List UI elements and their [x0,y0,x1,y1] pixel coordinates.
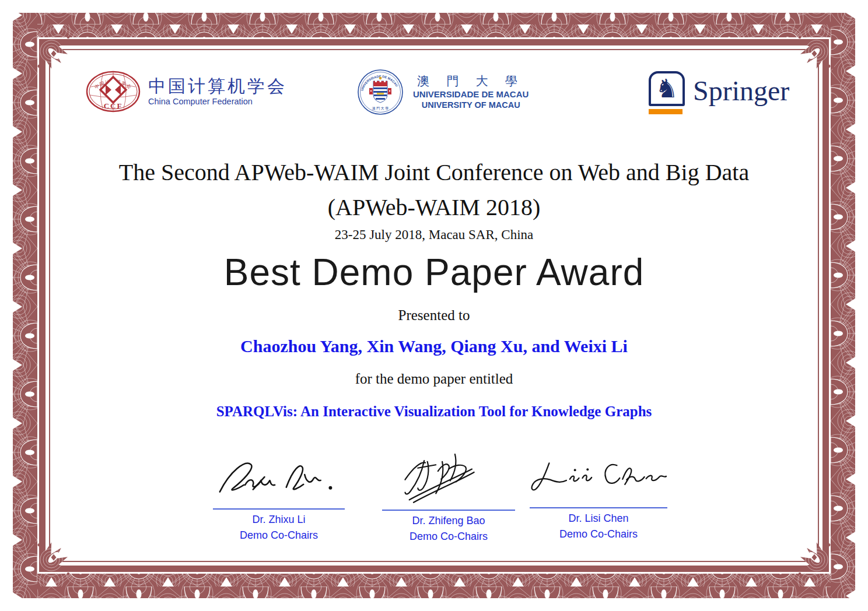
paper-intro-label: for the demo paper entitled [52,371,816,387]
springer-orange-bar [649,109,682,114]
conference-date-location: 23-25 July 2018, Macau SAR, China [52,227,816,243]
um-portuguese-name: UNIVERSIDADE DE MACAU [413,89,528,100]
um-english-name: UNIVERSITY OF MACAU [422,100,520,110]
springer-wordmark: Springer [693,75,789,107]
signature-line [530,507,667,508]
signature-line [213,508,345,510]
recipient-names: Chaozhou Yang, Xin Wang, Qiang Xu, and W… [52,336,816,356]
ccf-logo: 中国计算机学会 CCF 中国计算机学会 China Computer Feder… [85,69,287,114]
signature-image-zhixu-li [213,449,345,506]
signature-block-zhixu-li: Dr. Zhixu Li Demo Co-Chairs [213,449,345,542]
university-of-macau-logo: UNIVERSIDADE DE MACAU 澳 門 大 學 澳 門 大 學 UN… [357,69,528,115]
signature-image-lisi-chen [530,449,667,505]
um-chinese-name: 澳 門 大 學 [417,73,524,89]
certificate-page: 中国计算机学会 CCF 中国计算机学会 China Computer Feder… [0,0,868,611]
award-title: Best Demo Paper Award [52,251,816,294]
springer-logo: ♞ Springer [649,71,789,114]
um-seal-bottom-text: 澳 門 大 學 [372,106,389,111]
signatory-name: Dr. Zhixu Li [213,514,345,526]
ccf-english-name: China Computer Federation [148,97,287,107]
springer-knight-icon: ♞ [649,71,685,106]
knight-glyph: ♞ [655,76,678,101]
um-seal-icon: UNIVERSIDADE DE MACAU 澳 門 大 學 [357,69,404,115]
ccf-emblem-icon: 中国计算机学会 CCF [85,69,141,114]
signature-image-zhifeng-bao [387,449,510,507]
ccf-chinese-name: 中国计算机学会 [148,76,287,96]
ccf-emblem-text: CCF [104,101,123,110]
conference-title-line1: The Second APWeb-WAIM Joint Conference o… [52,159,816,186]
paper-title: SPARQLVis: An Interactive Visualization … [52,403,816,420]
signatory-name: Dr. Lisi Chen [530,512,667,525]
signature-line [382,510,515,511]
signatory-role: Demo Co-Chairs [382,531,515,543]
presented-to-label: Presented to [52,307,816,324]
signatory-role: Demo Co-Chairs [530,528,667,540]
signature-block-zhifeng-bao: Dr. Zhifeng Bao Demo Co-Chairs [382,449,515,543]
conference-title-line2: (APWeb-WAIM 2018) [52,194,816,221]
signature-block-lisi-chen: Dr. Lisi Chen Demo Co-Chairs [530,449,667,540]
signatory-role: Demo Co-Chairs [213,529,345,542]
signatory-name: Dr. Zhifeng Bao [382,515,515,527]
